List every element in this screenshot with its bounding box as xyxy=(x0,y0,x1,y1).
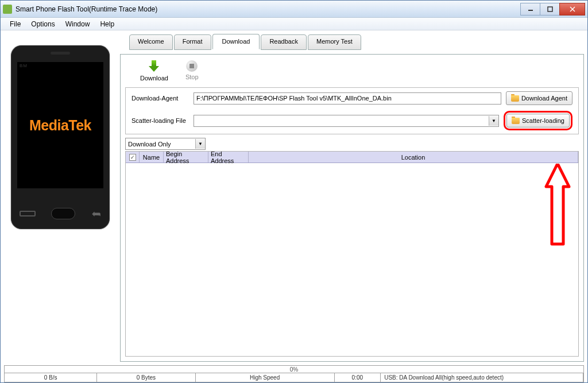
partition-grid: ✓ Name Begin Address End Address Locatio… xyxy=(125,151,579,357)
stop-button[interactable]: Stop xyxy=(185,60,199,82)
maximize-button[interactable] xyxy=(540,3,560,16)
svg-rect-1 xyxy=(548,7,552,11)
folder-icon xyxy=(511,95,519,102)
scatter-loading-button[interactable]: Scatter-loading xyxy=(506,114,570,127)
grid-col-check[interactable]: ✓ xyxy=(126,152,140,163)
grid-body[interactable] xyxy=(126,163,578,356)
config-form: Download-Agent Download Agent Scatter-lo… xyxy=(125,87,579,134)
download-agent-input[interactable] xyxy=(194,92,501,105)
menubar: File Options Window Help xyxy=(1,18,587,30)
toolbar: Download Stop xyxy=(123,57,581,87)
download-agent-button[interactable]: Download Agent xyxy=(506,91,572,105)
checkbox-icon[interactable]: ✓ xyxy=(129,154,136,161)
tab-format[interactable]: Format xyxy=(174,34,211,50)
phone-menu-icon xyxy=(20,211,36,216)
scatter-loading-btn-label: Scatter-loading xyxy=(522,117,564,124)
annotation-highlight: Scatter-loading xyxy=(504,111,572,130)
chevron-down-icon: ▼ xyxy=(195,139,205,149)
progress-text: 0% xyxy=(290,366,298,373)
grid-col-end[interactable]: End Address xyxy=(208,152,249,163)
progress-bar: 0% xyxy=(4,365,584,373)
menu-file[interactable]: File xyxy=(5,18,25,30)
download-agent-label: Download-Agent xyxy=(131,95,189,102)
status-speed: 0 B/s xyxy=(5,373,97,382)
chevron-down-icon: ▼ xyxy=(489,116,498,126)
menu-window[interactable]: Window xyxy=(61,18,95,30)
close-button[interactable] xyxy=(559,3,585,16)
phone-mockup: BM MediaTek ➦ xyxy=(11,45,110,229)
titlebar[interactable]: Smart Phone Flash Tool(Runtime Trace Mod… xyxy=(1,1,587,18)
tab-readback[interactable]: Readback xyxy=(261,34,307,50)
stop-icon xyxy=(186,60,198,72)
download-button[interactable]: Download xyxy=(140,60,168,82)
download-agent-btn-label: Download Agent xyxy=(521,95,567,102)
phone-bm-label: BM xyxy=(20,63,28,68)
status-time: 0:00 xyxy=(335,373,381,382)
download-mode-value: Download Only xyxy=(128,141,171,148)
app-window: Smart Phone Flash Tool(Runtime Trace Mod… xyxy=(0,0,588,383)
tab-strip: Welcome Format Download Readback Memory … xyxy=(120,34,584,49)
status-bar: 0% 0 B/s 0 Bytes High Speed 0:00 USB: DA… xyxy=(4,365,584,382)
menu-help[interactable]: Help xyxy=(95,18,119,30)
tab-memory-test[interactable]: Memory Test xyxy=(308,34,361,50)
status-bytes: 0 Bytes xyxy=(97,373,195,382)
status-usb: USB: DA Download All(high speed,auto det… xyxy=(381,373,583,382)
phone-brand-text: MediaTek xyxy=(29,117,91,134)
download-mode-select[interactable]: Download Only ▼ xyxy=(125,138,206,150)
scatter-file-input[interactable]: ▼ xyxy=(194,115,499,127)
download-arrow-icon xyxy=(148,60,160,73)
grid-col-name[interactable]: Name xyxy=(140,152,164,163)
grid-col-begin[interactable]: Begin Address xyxy=(164,152,208,163)
status-mode: High Speed xyxy=(196,373,335,382)
folder-icon xyxy=(512,118,520,124)
grid-header: ✓ Name Begin Address End Address Locatio… xyxy=(126,152,578,163)
stop-button-label: Stop xyxy=(185,73,199,80)
window-title: Smart Phone Flash Tool(Runtime Trace Mod… xyxy=(16,5,520,13)
tab-welcome[interactable]: Welcome xyxy=(129,34,173,50)
scatter-file-label: Scatter-loading File xyxy=(131,117,189,124)
phone-back-icon: ➦ xyxy=(91,207,101,220)
grid-col-location[interactable]: Location xyxy=(249,152,578,163)
phone-home-icon xyxy=(51,208,75,219)
tab-content: Download Stop Download-Agent Download Ag… xyxy=(120,54,584,362)
sidebar-phone-preview: BM MediaTek ➦ xyxy=(4,34,117,362)
menu-options[interactable]: Options xyxy=(26,18,59,30)
app-icon xyxy=(3,5,12,14)
minimize-button[interactable] xyxy=(520,3,540,16)
download-button-label: Download xyxy=(140,75,168,82)
tab-download[interactable]: Download xyxy=(212,34,260,49)
